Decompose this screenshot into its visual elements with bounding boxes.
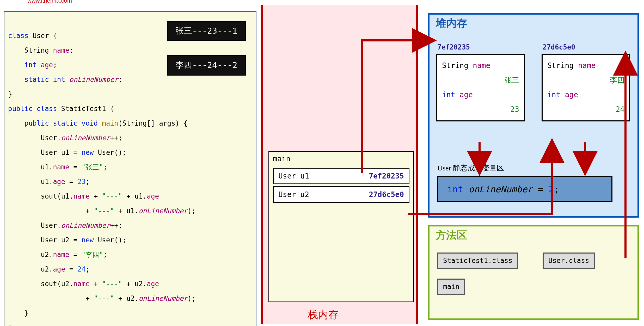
stack-var-u1-addr: 7ef20235: [369, 172, 404, 180]
heap-static-box: int onLineNumber = 2;: [437, 176, 612, 202]
heap-object-2: String name 李四 int age 24: [542, 54, 630, 121]
method-class-main: main: [437, 279, 465, 295]
heap-title: 堆内存: [436, 16, 467, 30]
heap-object-1: String name 张三 int age 23: [436, 54, 525, 121]
heap-static-label: User 静态成员变量区: [437, 163, 504, 173]
heap-obj2-name-val: 李四: [610, 73, 624, 88]
heap-obj1-name-row: String name: [442, 58, 519, 73]
stack-var-u2-addr: 27d6c5e0: [369, 190, 404, 199]
stack-title: 栈内存: [308, 307, 339, 322]
stack-var-u1: User u1 7ef20235: [273, 168, 409, 184]
heap-obj1-age-val: 23: [510, 102, 519, 117]
heap-obj2-age-val: 24: [616, 102, 624, 117]
heap-addr-2: 27d6c5e0: [543, 43, 575, 51]
method-area-title: 方法区: [436, 228, 467, 242]
method-area-panel: 方法区 StaticTest1.class User.class main: [428, 225, 639, 320]
heap-addr-1: 7ef20235: [437, 43, 470, 51]
method-class-1: StaticTest1.class: [437, 253, 518, 269]
site-url: www.itheima.com: [27, 0, 72, 4]
heap-obj1-name-val: 张三: [505, 73, 519, 88]
stack-frame-main: main User u1 7ef20235 User u2 27d6c5e0: [268, 151, 414, 302]
method-class-2: User.class: [543, 253, 595, 269]
output-line-2: 李四---24---2: [167, 55, 246, 76]
stack-var-u2-label: User u2: [278, 190, 309, 199]
heap-obj1-age-row: int age: [442, 88, 519, 102]
heap-obj2-age-row: int age: [547, 88, 624, 102]
stack-var-u2: User u2 27d6c5e0: [273, 186, 409, 203]
heap-obj2-name-row: String name: [547, 58, 624, 73]
heap-panel: 堆内存 7ef20235 27d6c5e0 String name 张三 int…: [428, 13, 639, 218]
stack-var-u1-label: User u1: [278, 172, 309, 180]
output-line-1: 张三---23---1: [167, 21, 246, 41]
stack-frame-name: main: [269, 152, 413, 166]
